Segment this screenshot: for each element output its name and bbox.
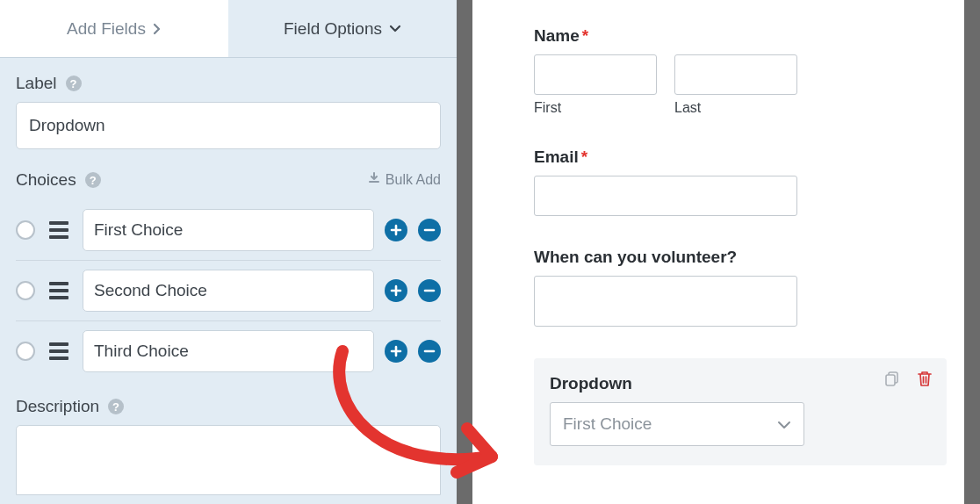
volunteer-input[interactable]	[534, 276, 797, 327]
help-icon[interactable]: ?	[108, 399, 124, 414]
first-name-input[interactable]	[534, 54, 657, 95]
first-sublabel: First	[534, 100, 657, 116]
help-icon[interactable]: ?	[85, 172, 101, 188]
volunteer-label: When can you volunteer?	[534, 248, 959, 267]
remove-choice-button[interactable]	[418, 279, 441, 302]
field-label-input[interactable]	[16, 102, 441, 149]
remove-choice-button[interactable]	[418, 340, 441, 363]
duplicate-icon[interactable]	[883, 369, 903, 388]
selected-field-card[interactable]: Dropdown First Choice	[534, 358, 947, 465]
trash-icon[interactable]	[915, 369, 934, 388]
remove-choice-button[interactable]	[418, 219, 441, 241]
svg-rect-1	[886, 375, 895, 385]
chevron-down-icon	[389, 25, 401, 33]
choice-row	[16, 200, 441, 261]
choice-input[interactable]	[83, 270, 374, 312]
dropdown-select[interactable]: First Choice	[550, 402, 804, 446]
description-textarea[interactable]	[16, 425, 441, 495]
tab-field-options[interactable]: Field Options	[228, 0, 457, 57]
label-heading: Label	[16, 74, 57, 93]
field-options-panel: Add Fields Field Options Label ? Choic	[0, 0, 457, 504]
download-icon	[368, 172, 380, 188]
drag-handle-icon[interactable]	[49, 342, 72, 360]
description-heading: Description	[16, 397, 99, 416]
scrollbar-edge	[964, 0, 980, 504]
required-asterisk: *	[581, 148, 587, 166]
required-asterisk: *	[582, 26, 588, 45]
bulk-add-button[interactable]: Bulk Add	[368, 172, 441, 188]
choices-heading: Choices	[16, 170, 76, 190]
drag-handle-icon[interactable]	[49, 282, 72, 299]
choice-row	[16, 321, 441, 381]
volunteer-field: When can you volunteer?	[534, 248, 959, 327]
add-choice-button[interactable]	[385, 279, 407, 302]
tab-label: Add Fields	[67, 19, 146, 39]
name-label: Name*	[534, 26, 959, 46]
panel-tabs: Add Fields Field Options	[0, 0, 457, 58]
last-name-input[interactable]	[674, 54, 797, 95]
dropdown-label: Dropdown	[550, 374, 931, 393]
email-input[interactable]	[534, 176, 797, 216]
panel-divider	[457, 0, 488, 504]
tab-label: Field Options	[284, 19, 382, 39]
choices-list	[16, 200, 441, 381]
drag-handle-icon[interactable]	[49, 221, 72, 239]
choice-row	[16, 261, 441, 321]
bulk-add-label: Bulk Add	[386, 172, 441, 188]
add-choice-button[interactable]	[385, 340, 407, 363]
add-choice-button[interactable]	[385, 219, 407, 241]
email-label: Email*	[534, 148, 959, 167]
chevron-right-icon	[153, 23, 162, 35]
choice-input[interactable]	[83, 330, 374, 372]
chevron-down-icon	[777, 414, 791, 434]
name-field: Name* First Last	[534, 26, 959, 116]
choice-input[interactable]	[83, 209, 374, 251]
default-choice-radio[interactable]	[16, 281, 35, 300]
last-sublabel: Last	[674, 100, 797, 116]
form-preview: Name* First Last Email* When can you vol…	[488, 0, 980, 504]
help-icon[interactable]: ?	[66, 76, 82, 91]
email-field: Email*	[534, 148, 959, 216]
default-choice-radio[interactable]	[16, 220, 35, 240]
dropdown-value: First Choice	[563, 414, 652, 434]
default-choice-radio[interactable]	[16, 342, 35, 361]
tab-add-fields[interactable]: Add Fields	[0, 0, 228, 57]
